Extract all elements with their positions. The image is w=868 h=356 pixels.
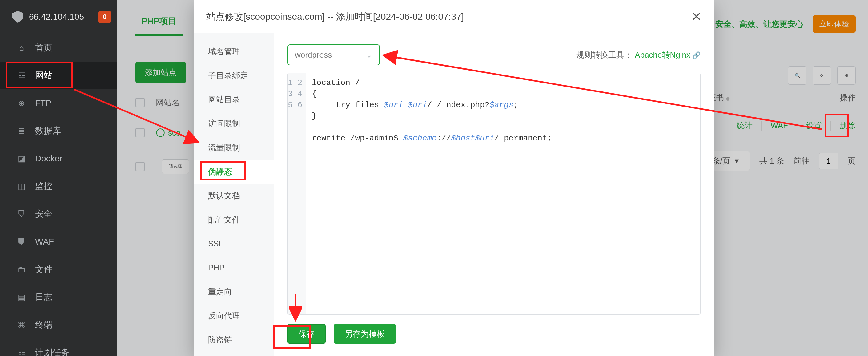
home-icon: ⌂ (17, 43, 27, 53)
sidebar-item-files[interactable]: 🗀 文件 (0, 256, 117, 283)
table-header-right: SSL证书◆ 操作 (693, 92, 856, 103)
row-checkbox[interactable] (135, 128, 145, 137)
mnav-access[interactable]: 访问限制 (194, 112, 274, 136)
ftp-icon: ⊕ (17, 98, 27, 108)
sidebar-item-home[interactable]: ⌂ 首页 (0, 34, 117, 62)
sidebar-item-label: Docker (35, 154, 62, 164)
mnav-domain[interactable]: 域名管理 (194, 39, 274, 63)
code-editor[interactable]: 1 2 3 4 5 6 location / { try_files $uri … (287, 73, 701, 315)
sidebar-item-label: 文件 (35, 264, 52, 275)
slogan-text: 安全、高效、让您更安心 (715, 19, 803, 30)
modal-title: 站点修改[scoopcoinsea.com] -- 添加时间[2024-06-0… (206, 10, 464, 23)
total-count: 共 1 条 (760, 155, 784, 166)
sidebar-item-website[interactable]: ☲ 网站 (0, 62, 117, 89)
action-delete[interactable]: 删除 (840, 120, 856, 131)
conversion-tool: 规则转换工具： Apache转Nginx🔗 (576, 50, 701, 60)
action-settings[interactable]: 设置 (806, 120, 822, 131)
save-button[interactable]: 保存 (287, 324, 326, 344)
mnav-antileech[interactable]: 防盗链 (194, 328, 274, 352)
sidebar-item-label: WAF (35, 237, 54, 247)
mnav-default-doc[interactable]: 默认文档 (194, 183, 274, 208)
site-name-text: sco (168, 128, 180, 138)
sidebar-item-label: 首页 (35, 42, 52, 54)
sort-icon: ◆ (726, 95, 730, 101)
divider (797, 121, 797, 130)
mnav-proxy[interactable]: 反向代理 (194, 304, 274, 328)
action-waf[interactable]: WAF (770, 121, 788, 130)
code-content[interactable]: location / { try_files $uri $uri/ /index… (306, 73, 700, 315)
mnav-redirect[interactable]: 重定向 (194, 279, 274, 304)
terminal-icon: ⌘ (17, 320, 27, 330)
folder-icon: 🗀 (17, 265, 27, 274)
mnav-ssl[interactable]: SSL (194, 232, 274, 256)
calendar-icon: ☷ (17, 348, 27, 356)
database-icon: ≣ (17, 126, 27, 136)
add-site-button[interactable]: 添加站点 (135, 62, 186, 84)
sidebar-item-label: 安全 (35, 208, 52, 220)
server-ip: 66.42.104.105 (29, 12, 84, 22)
sidebar-item-monitor[interactable]: ◫ 监控 (0, 173, 117, 200)
svg-point-0 (157, 129, 164, 137)
mnav-rewrite[interactable]: 伪静态 (194, 159, 274, 183)
mnav-subdir[interactable]: 子目录绑定 (194, 63, 274, 87)
conv-link[interactable]: Apache转Nginx🔗 (635, 50, 701, 60)
sidebar-item-label: 终端 (35, 319, 52, 331)
sidebar-item-ftp[interactable]: ⊕ FTP (0, 89, 117, 117)
sidebar-item-terminal[interactable]: ⌘ 终端 (0, 311, 117, 339)
docker-icon: ◪ (17, 154, 27, 164)
modal-main: wordpress ⌄ 规则转换工具： Apache转Nginx🔗 1 2 3 … (274, 33, 714, 356)
action-stats[interactable]: 统计 (737, 120, 752, 131)
sidebar-item-cron[interactable]: ☷ 计划任务 (0, 339, 117, 356)
try-now-button[interactable]: 立即体验 (813, 16, 856, 33)
batch-action-select[interactable]: 请选择 (162, 159, 189, 174)
button-row: 保存 另存为模板 (287, 324, 701, 344)
line-number-gutter: 1 2 3 4 5 6 (288, 73, 306, 315)
chevron-down-icon: ⌄ (366, 50, 372, 60)
sidebar-item-waf[interactable]: ⛊ WAF (0, 228, 117, 256)
globe-icon: ☲ (17, 70, 27, 80)
site-edit-modal: 站点修改[scoopcoinsea.com] -- 添加时间[2024-06-0… (194, 0, 714, 356)
search-icon-button[interactable]: 🔍 (788, 66, 806, 85)
monitor-icon: ◫ (17, 181, 27, 191)
waf-icon: ⛊ (17, 237, 27, 247)
rewrite-rule-select[interactable]: wordpress ⌄ (287, 44, 380, 65)
batch-checkbox[interactable] (135, 162, 145, 171)
sidebar-item-label: 数据库 (35, 125, 61, 137)
notification-badge[interactable]: 0 (98, 11, 111, 23)
conv-label: 规则转换工具： (576, 50, 632, 60)
tab-php-project[interactable]: PHP项目 (135, 16, 183, 36)
select-all-checkbox[interactable] (135, 98, 145, 107)
refresh-icon-button[interactable]: ⟳ (813, 66, 831, 85)
goto-label-pre: 前往 (794, 155, 809, 166)
mnav-php[interactable]: PHP (194, 256, 274, 279)
shield-icon (12, 11, 23, 23)
goto-page-input[interactable] (819, 153, 838, 169)
sidebar-item-docker[interactable]: ◪ Docker (0, 145, 117, 173)
log-icon: ▤ (17, 292, 27, 302)
sidebar-item-label: 日志 (35, 291, 52, 303)
gear-icon-button[interactable]: ⚙ (837, 66, 856, 85)
shield-outline-icon: ⛉ (17, 209, 27, 219)
site-type-icon (156, 128, 165, 137)
pagination: 10条/页▾ 共 1 条 前往 页 (697, 151, 856, 171)
mnav-traffic[interactable]: 流量限制 (194, 136, 274, 159)
save-as-template-button[interactable]: 另存为模板 (334, 324, 396, 344)
sidebar-item-logs[interactable]: ▤ 日志 (0, 283, 117, 311)
rewrite-rule-value: wordpress (295, 50, 332, 60)
divider (761, 121, 762, 130)
left-sidebar: 66.42.104.105 0 ⌂ 首页 ☲ 网站 ⊕ FTP ≣ 数据库 ◪ … (0, 0, 117, 356)
th-site-name: 网站名 (156, 97, 180, 108)
mnav-config[interactable]: 配置文件 (194, 208, 274, 232)
close-icon[interactable]: ✕ (691, 10, 702, 23)
sidebar-item-database[interactable]: ≣ 数据库 (0, 117, 117, 145)
divider (831, 121, 831, 130)
toolbar-right: 🔍 ⟳ ⚙ (788, 66, 856, 85)
modal-sidebar: 域名管理 子目录绑定 网站目录 访问限制 流量限制 伪静态 默认文档 配置文件 … (194, 33, 274, 356)
sidebar-item-security[interactable]: ⛉ 安全 (0, 200, 117, 228)
th-operation: 操作 (840, 92, 856, 103)
sidebar-item-label: 计划任务 (35, 347, 69, 356)
sidebar-item-label: FTP (35, 98, 52, 108)
mnav-webdir[interactable]: 网站目录 (194, 87, 274, 112)
modal-header: 站点修改[scoopcoinsea.com] -- 添加时间[2024-06-0… (194, 0, 714, 33)
sidebar-header: 66.42.104.105 0 (0, 0, 117, 34)
